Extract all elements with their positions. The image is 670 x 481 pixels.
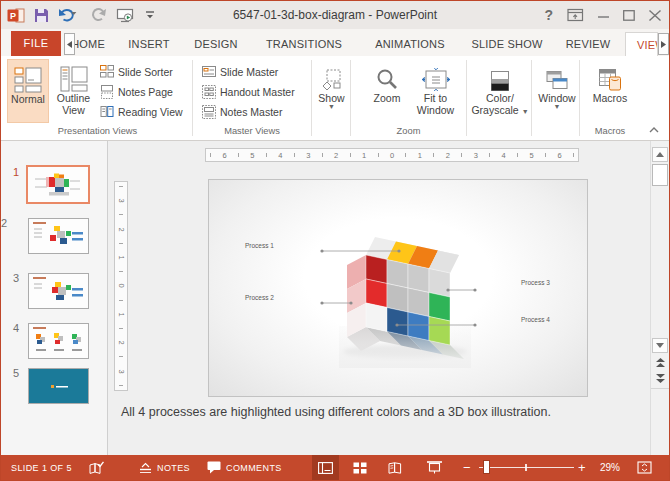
notes-page-label: Notes Page <box>118 86 173 98</box>
ribbon-display-options-icon[interactable] <box>567 8 584 22</box>
previous-slide-icon[interactable] <box>654 357 666 369</box>
close-icon[interactable] <box>649 10 661 21</box>
normal-view-icon <box>14 63 42 93</box>
outline-view-button[interactable]: Outline View <box>51 59 96 123</box>
process-2-label[interactable]: Process 2 <box>245 294 274 301</box>
handout-master-button[interactable]: Handout Master <box>202 82 295 101</box>
fit-to-window-button[interactable]: Fit to Window <box>409 59 462 123</box>
process-1-label[interactable]: Process 1 <box>245 242 274 249</box>
reading-view-label: Reading View <box>118 106 183 118</box>
notes-master-label: Notes Master <box>220 106 282 118</box>
notes-toggle[interactable]: NOTES <box>139 455 190 480</box>
slide-thumbnail-panel: 1 2 <box>1 141 108 457</box>
ruler-number: 0 <box>390 151 394 160</box>
status-slide-sorter-icon <box>353 462 367 474</box>
status-normal-view-button[interactable] <box>312 455 339 480</box>
zoom-in-button[interactable]: + <box>578 455 586 480</box>
fit-to-window-icon <box>422 62 450 92</box>
minimize-icon[interactable] <box>598 10 609 20</box>
slide-number: 4 <box>13 322 19 334</box>
tab-view[interactable]: VIEW <box>625 32 658 56</box>
notes-pane[interactable]: All 4 processes are highlighted using di… <box>109 401 650 457</box>
ruler-number: 3 <box>116 199 125 203</box>
scrollbar-thumb[interactable] <box>652 164 668 186</box>
thumbnail-3-preview <box>29 274 88 308</box>
status-slide-show-icon <box>427 461 442 474</box>
zoom-out-button[interactable]: − <box>463 455 471 480</box>
zoom-icon <box>375 62 399 92</box>
handout-master-icon <box>202 85 216 99</box>
group-divider <box>466 60 467 136</box>
reading-view-button[interactable]: Reading View <box>100 102 183 121</box>
ruler-tick <box>545 153 546 157</box>
tab-scroll-left-icon[interactable] <box>64 33 75 55</box>
normal-view-button[interactable]: Normal <box>7 59 49 123</box>
scroll-up-icon[interactable] <box>652 147 668 162</box>
color-grayscale-label-2: Grayscale ▼ <box>471 104 528 116</box>
thumbnail-4-preview <box>29 324 88 358</box>
notes-page-button[interactable]: Notes Page <box>100 82 173 101</box>
slide-thumbnail-1[interactable] <box>26 165 90 204</box>
status-reading-view-button[interactable] <box>381 455 408 480</box>
ruler-tick <box>119 385 123 386</box>
slide-sorter-button[interactable]: Slide Sorter <box>100 62 173 81</box>
process-3-label[interactable]: Process 3 <box>521 279 550 286</box>
notes-master-button[interactable]: Notes Master <box>202 102 282 121</box>
show-button[interactable]: Show ▼ <box>315 59 348 123</box>
tab-design[interactable]: DESIGN <box>194 32 238 56</box>
tab-transitions[interactable]: TRANSITIONS <box>261 32 347 56</box>
ruler-tick <box>119 186 123 187</box>
slide-master-label: Slide Master <box>220 66 278 78</box>
outline-view-label-1: Outline <box>57 92 90 104</box>
tab-animations[interactable]: ANIMATIONS <box>369 32 451 56</box>
notes-text: All 4 processes are highlighted using di… <box>121 405 551 419</box>
tab-file[interactable]: FILE <box>11 31 61 56</box>
slide-thumbnail-2[interactable] <box>28 218 89 254</box>
ruler-number: 4 <box>502 151 506 160</box>
show-icon <box>320 62 344 92</box>
ruler-number: 0 <box>116 284 125 288</box>
maximize-icon[interactable] <box>623 10 635 21</box>
slide-thumbnail-3[interactable] <box>28 273 89 309</box>
zoom-percentage[interactable]: 29% <box>600 455 620 480</box>
fit-slide-to-window-icon[interactable] <box>637 455 652 480</box>
tab-home[interactable]: HOME <box>75 32 105 56</box>
zoom-slider-thumb[interactable] <box>483 460 490 474</box>
outline-view-icon <box>60 62 88 92</box>
group-label-presentation-views: Presentation Views <box>3 126 192 138</box>
slide-thumbnail-5[interactable] <box>28 368 89 404</box>
tab-scroll-right-icon[interactable] <box>658 33 669 55</box>
slide-master-button[interactable]: Slide Master <box>202 62 278 81</box>
scroll-down-icon[interactable] <box>652 338 668 353</box>
fit-to-window-label-1: Fit to <box>424 92 447 104</box>
collapse-ribbon-icon[interactable] <box>649 126 659 134</box>
slide-indicator[interactable]: SLIDE 1 OF 5 <box>11 455 72 480</box>
ruler-number: 3 <box>306 151 310 160</box>
slide-number: 3 <box>13 272 19 284</box>
ruler-tick <box>378 153 379 157</box>
group-divider <box>192 60 193 136</box>
slide-canvas[interactable]: Process 1 Process 2 Process 3 Process 4 <box>208 179 588 397</box>
macros-icon <box>598 62 622 92</box>
color-grayscale-button[interactable]: Color/ Grayscale ▼ <box>471 59 529 123</box>
ruler-tick <box>119 271 123 272</box>
process-4-label[interactable]: Process 4 <box>521 316 550 323</box>
window-button[interactable]: Window ▼ <box>535 59 579 123</box>
tab-insert[interactable]: INSERT <box>127 32 171 56</box>
slide-thumbnail-4[interactable] <box>28 323 89 359</box>
vertical-scrollbar[interactable] <box>650 141 669 457</box>
zoom-button[interactable]: Zoom <box>367 59 407 123</box>
ruler-tick <box>461 153 462 157</box>
ruler-number: 2 <box>116 341 125 345</box>
help-button[interactable]: ? <box>544 7 553 23</box>
handout-master-label: Handout Master <box>220 86 295 98</box>
macros-button[interactable]: Macros <box>585 59 635 123</box>
spell-check-icon[interactable] <box>89 455 104 480</box>
tab-review[interactable]: REVIEW <box>563 32 613 56</box>
thumbnail-1-preview <box>28 167 88 202</box>
tab-slide-show[interactable]: SLIDE SHOW <box>469 32 545 56</box>
status-slide-show-button[interactable] <box>421 455 448 480</box>
next-slide-icon[interactable] <box>654 372 666 384</box>
comments-toggle[interactable]: COMMENTS <box>207 455 282 480</box>
status-slide-sorter-button[interactable] <box>346 455 373 480</box>
